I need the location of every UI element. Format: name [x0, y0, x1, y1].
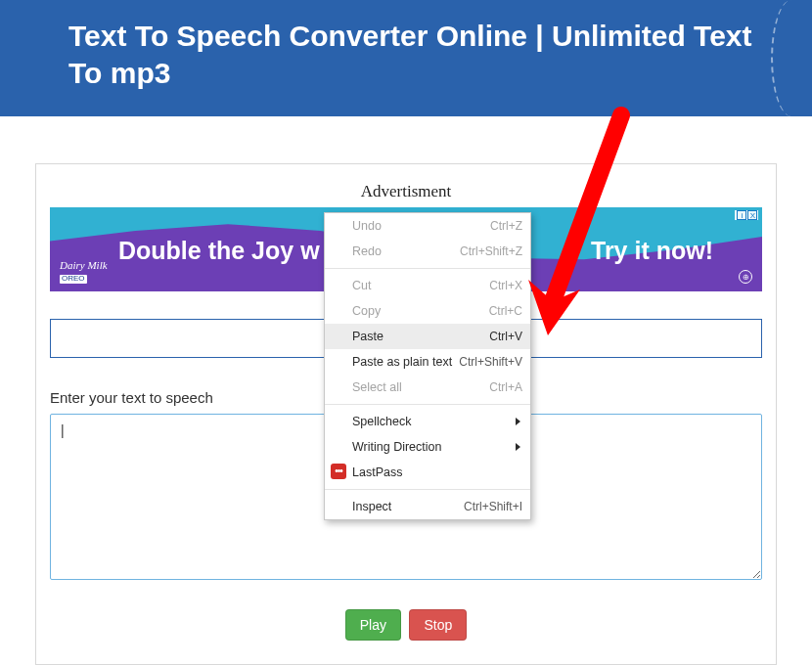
context-menu-label: Undo	[352, 217, 490, 235]
context-menu-item-paste-as-plain-text[interactable]: Paste as plain textCtrl+Shift+V	[325, 349, 530, 375]
context-menu-item-undo: UndoCtrl+Z	[325, 213, 530, 239]
context-menu-shortcut: Ctrl+Shift+I	[464, 498, 522, 515]
context-menu-label: Copy	[352, 302, 489, 320]
play-button[interactable]: Play	[345, 609, 401, 641]
context-menu[interactable]: UndoCtrl+ZRedoCtrl+Shift+ZCutCtrl+XCopyC…	[324, 212, 531, 520]
context-menu-label: Redo	[352, 243, 460, 260]
lastpass-icon: •••	[331, 464, 346, 479]
adchoices-icon[interactable]: ⊕	[739, 270, 752, 284]
context-menu-label: Paste	[352, 328, 489, 345]
context-menu-label: LastPass	[352, 464, 522, 481]
context-menu-item-spellcheck[interactable]: Spellcheck	[325, 409, 530, 434]
context-menu-item-inspect[interactable]: InspectCtrl+Shift+I	[325, 494, 530, 519]
context-menu-shortcut: Ctrl+V	[489, 328, 522, 345]
stop-button[interactable]: Stop	[409, 609, 467, 641]
ad-info-icon[interactable]: i	[737, 210, 746, 220]
ad-brand-line1: Dairy Milk	[60, 259, 108, 271]
context-menu-separator	[325, 404, 530, 405]
context-menu-label: Paste as plain text	[352, 353, 459, 371]
context-menu-label: Cut	[352, 277, 489, 294]
page-header: Text To Speech Converter Online | Unlimi…	[0, 0, 812, 116]
context-menu-separator	[325, 268, 530, 269]
context-menu-shortcut: Ctrl+C	[489, 302, 522, 320]
ad-close-icon[interactable]: X	[747, 210, 757, 220]
context-menu-shortcut: Ctrl+Shift+V	[459, 353, 522, 371]
context-menu-shortcut: Ctrl+Shift+Z	[460, 243, 522, 260]
context-menu-separator	[325, 489, 530, 490]
context-menu-shortcut: Ctrl+Z	[490, 217, 522, 235]
context-menu-item-paste[interactable]: PasteCtrl+V	[325, 324, 530, 349]
context-menu-item-cut: CutCtrl+X	[325, 273, 530, 298]
submenu-arrow-icon	[516, 418, 520, 425]
context-menu-item-writing-direction[interactable]: Writing Direction	[325, 434, 530, 460]
submenu-arrow-icon	[516, 443, 520, 451]
ad-text-left: Double the Joy w	[118, 237, 320, 265]
ad-text-right: Try it now!	[591, 237, 713, 265]
context-menu-item-copy: CopyCtrl+C	[325, 298, 530, 324]
ad-brand: Dairy Milk OREO	[60, 259, 108, 284]
context-menu-shortcut: Ctrl+X	[489, 277, 522, 294]
button-row: Play Stop	[50, 609, 762, 641]
context-menu-item-select-all: Select allCtrl+A	[325, 375, 530, 400]
context-menu-label: Writing Direction	[352, 438, 522, 456]
context-menu-shortcut: Ctrl+A	[489, 378, 522, 396]
advertisement-label: Advertisment	[50, 182, 762, 201]
ad-close-controls[interactable]: iX	[735, 210, 758, 220]
page-title: Text To Speech Converter Online | Unlimi…	[68, 18, 783, 91]
context-menu-label: Select all	[352, 378, 489, 396]
context-menu-label: Spellcheck	[352, 413, 522, 430]
context-menu-item-redo: RedoCtrl+Shift+Z	[325, 239, 530, 264]
ad-brand-line2: OREO	[60, 275, 87, 284]
context-menu-label: Inspect	[352, 498, 464, 515]
context-menu-item-lastpass[interactable]: •••LastPass	[325, 460, 530, 485]
